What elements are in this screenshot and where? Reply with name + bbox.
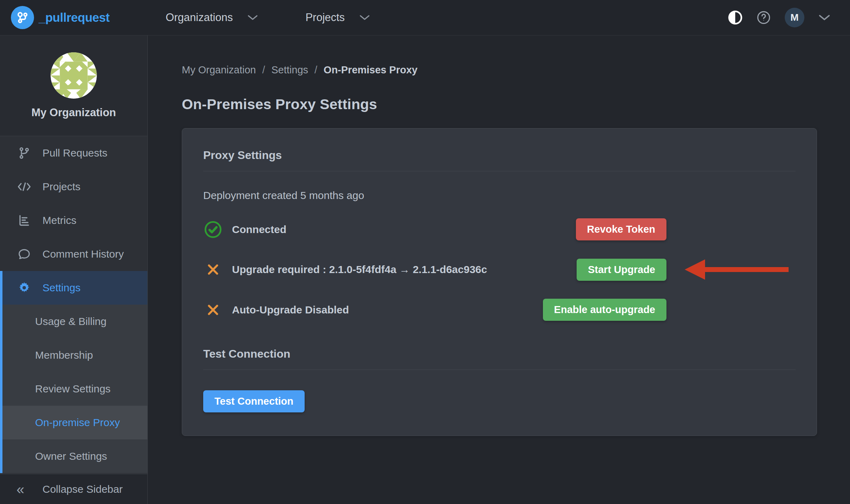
- org-name: My Organization: [31, 106, 116, 119]
- brand-link[interactable]: _pullrequest: [11, 6, 109, 29]
- page-title: On-Premises Proxy Settings: [182, 96, 850, 113]
- breadcrumb-my-organization[interactable]: My Organization: [182, 64, 256, 76]
- sidebar-subitem-label: On-premise Proxy: [35, 417, 120, 429]
- proxy-settings-section-title: Proxy Settings: [203, 149, 796, 162]
- proxy-settings-card: Proxy Settings Deployment created 5 mont…: [182, 128, 817, 436]
- help-button[interactable]: [757, 11, 771, 25]
- sidebar-item-label: Comment History: [42, 248, 124, 260]
- chevron-down-icon: [247, 14, 258, 21]
- navbar-right-group: M: [728, 8, 830, 27]
- top-navbar: _pullrequest Organizations Projects: [0, 0, 850, 35]
- user-avatar-initial: M: [790, 12, 798, 23]
- status-label: Auto-Upgrade Disabled: [232, 304, 543, 316]
- organizations-menu-label: Organizations: [166, 11, 233, 24]
- breadcrumb-settings[interactable]: Settings: [271, 64, 308, 76]
- test-connection-section-title: Test Connection: [203, 347, 796, 360]
- projects-menu[interactable]: Projects: [305, 11, 370, 24]
- status-row-upgrade-required: Upgrade required : 2.1.0-5f4fdf4a → 2.1.…: [203, 257, 796, 282]
- settings-group: Settings Usage & Billing Membership Revi…: [0, 271, 147, 473]
- x-icon: [203, 263, 223, 277]
- check-circle-icon: [203, 220, 223, 239]
- comment-bubble-icon: [16, 247, 32, 261]
- sidebar-item-comment-history[interactable]: Comment History: [0, 237, 147, 271]
- pullrequest-logo-icon: [11, 6, 34, 29]
- divider: [203, 370, 796, 370]
- collapse-sidebar-label: Collapse Sidebar: [42, 483, 122, 495]
- sidebar-subitem-label: Usage & Billing: [35, 316, 106, 327]
- deployment-created-text: Deployment created 5 months ago: [203, 190, 796, 201]
- status-label: Connected: [232, 224, 576, 236]
- annotation-arrow-zone: [666, 257, 796, 282]
- question-mark-icon: [757, 11, 771, 25]
- collapse-sidebar-button[interactable]: « Collapse Sidebar: [0, 474, 147, 504]
- revoke-token-button[interactable]: Revoke Token: [576, 218, 666, 240]
- sidebar-item-metrics[interactable]: Metrics: [0, 204, 147, 237]
- breadcrumb-separator: /: [262, 64, 265, 76]
- status-row-auto-upgrade: Auto-Upgrade Disabled Enable auto-upgrad…: [203, 299, 796, 321]
- status-label: Upgrade required : 2.1.0-5f4fdf4a → 2.1.…: [232, 264, 577, 276]
- divider: [203, 171, 796, 171]
- sidebar-subitem-owner-settings[interactable]: Owner Settings: [2, 439, 147, 473]
- sidebar-subitem-usage-billing[interactable]: Usage & Billing: [2, 305, 147, 338]
- sidebar: My Organization Pull Requests Proje: [0, 35, 148, 504]
- main-content: My Organization / Settings / On-Premises…: [148, 35, 850, 504]
- sidebar-subitem-label: Review Settings: [35, 383, 111, 395]
- test-connection-button[interactable]: Test Connection: [203, 390, 305, 412]
- breadcrumb: My Organization / Settings / On-Premises…: [182, 64, 850, 76]
- contrast-icon: [728, 10, 743, 25]
- sidebar-item-label: Projects: [42, 181, 80, 193]
- chevron-down-icon: [818, 14, 830, 21]
- org-identicon-avatar[interactable]: [51, 52, 97, 99]
- sidebar-item-label: Pull Requests: [42, 147, 107, 159]
- red-arrow-annotation-icon: [680, 257, 789, 282]
- app-window: _pullrequest Organizations Projects: [0, 0, 850, 504]
- projects-menu-label: Projects: [305, 11, 345, 24]
- bar-chart-icon: [16, 214, 32, 227]
- chevron-down-icon: [359, 14, 370, 21]
- sidebar-item-settings[interactable]: Settings: [2, 271, 147, 305]
- breadcrumb-current: On-Premises Proxy: [324, 64, 418, 76]
- sidebar-subitem-on-premise-proxy[interactable]: On-premise Proxy: [2, 406, 147, 439]
- organizations-menu[interactable]: Organizations: [166, 11, 258, 24]
- sidebar-item-label: Metrics: [42, 214, 77, 226]
- org-header: My Organization: [0, 35, 147, 136]
- user-menu-caret[interactable]: [818, 14, 830, 21]
- x-icon: [203, 303, 223, 317]
- sidebar-subitem-label: Owner Settings: [35, 450, 107, 462]
- user-avatar[interactable]: M: [785, 8, 804, 27]
- sidebar-subitem-review-settings[interactable]: Review Settings: [2, 372, 147, 406]
- breadcrumb-separator: /: [314, 64, 317, 76]
- gear-icon: [16, 281, 32, 294]
- start-upgrade-button[interactable]: Start Upgrade: [577, 259, 666, 281]
- git-branch-icon: [16, 146, 32, 160]
- sidebar-item-pull-requests[interactable]: Pull Requests: [0, 136, 147, 170]
- code-icon: [16, 181, 32, 193]
- sidebar-subitem-membership[interactable]: Membership: [2, 338, 147, 372]
- sidebar-item-projects[interactable]: Projects: [0, 170, 147, 204]
- sidebar-subitem-label: Membership: [35, 349, 93, 361]
- settings-subpanel: Usage & Billing Membership Review Settin…: [2, 305, 147, 473]
- status-row-connected: Connected Revoke Token: [203, 218, 796, 240]
- enable-auto-upgrade-button[interactable]: Enable auto-upgrade: [543, 299, 666, 321]
- theme-contrast-toggle[interactable]: [728, 10, 743, 25]
- brand-name: _pullrequest: [39, 11, 109, 25]
- sidebar-item-label: Settings: [42, 282, 80, 294]
